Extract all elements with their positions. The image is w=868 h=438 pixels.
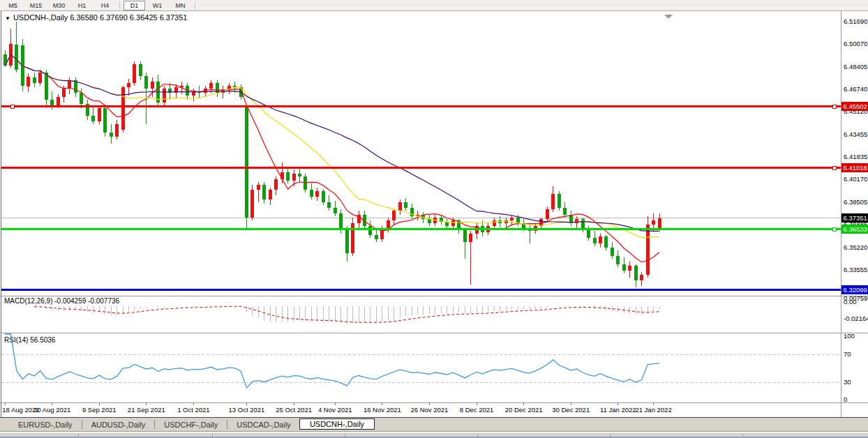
timeframe-button-d1[interactable]: D1 [124, 1, 145, 10]
date-label: 20 Dec 2021 [505, 406, 543, 414]
candle-body [274, 179, 278, 190]
candle-body [593, 238, 597, 243]
timeframe-button-h4[interactable]: H4 [94, 1, 116, 10]
ma-line-20 [5, 54, 659, 237]
candle-body [91, 116, 95, 121]
level-anchor-handle[interactable] [833, 105, 837, 108]
candle-body [310, 190, 313, 197]
price-tick-label: 6.40170 [844, 175, 867, 183]
candle-body [144, 76, 148, 89]
candle-body [262, 185, 266, 200]
candle-body [15, 45, 18, 70]
date-label: 21 Jan 2022 [635, 406, 671, 414]
date-label: 21 Sep 2021 [128, 406, 165, 414]
macd-scale-label: 0.00 [844, 298, 857, 305]
price-tick-label: 6.46740 [844, 85, 867, 93]
level-anchor-handle[interactable] [833, 227, 837, 231]
candle-body [250, 190, 254, 217]
chart-canvas[interactable]: 6.516906.500706.484056.467406.451206.434… [0, 0, 868, 438]
candle-body [516, 218, 520, 223]
candle-body [57, 97, 60, 105]
ma-line-40 [5, 54, 659, 231]
date-label: 13 Oct 2021 [229, 406, 265, 414]
date-label: 26 Nov 2021 [410, 406, 448, 414]
candle-body [599, 236, 602, 243]
tab-usdchf[interactable]: USDCHF-,Daily [156, 420, 226, 430]
candle-body [404, 202, 407, 208]
price-tick-label: 6.51690 [844, 17, 867, 25]
tab-separator [82, 420, 82, 429]
price-tick-label: 6.41835 [844, 153, 867, 160]
timeframe-button-m5[interactable]: M5 [2, 1, 24, 10]
candle-body [133, 64, 136, 84]
candle-body [628, 266, 631, 271]
candle-body [387, 220, 390, 229]
toolbar-separator [119, 1, 120, 9]
candle-body [38, 73, 42, 84]
price-tag-text: 6.32099 [844, 286, 867, 294]
macd-scale-label: -0.02164 [844, 315, 868, 322]
timeframe-button-m30[interactable]: M30 [48, 1, 70, 10]
symbol-tabbar: EURUSD-,DailyAUDUSD-,DailyUSDCHF-,DailyU… [0, 417, 868, 432]
price-axis[interactable]: 6.516906.500706.484056.467406.451206.434… [841, 17, 868, 296]
candle-body [33, 77, 36, 83]
candle-body [27, 77, 30, 86]
candle-body [334, 208, 337, 213]
candle-body [269, 190, 272, 199]
chart-shift-marker-icon[interactable] [664, 15, 673, 19]
toolbar-separator [195, 1, 195, 9]
candle-body [469, 234, 472, 242]
price-tick-label: 6.48405 [844, 63, 867, 70]
candle-body [115, 124, 119, 137]
rsi-pane: 10070300 [1, 332, 855, 403]
tab-separator [227, 420, 227, 429]
candle-body [298, 174, 301, 176]
candle-body [110, 133, 113, 137]
candle-body [98, 108, 101, 122]
rsi-scale-label: 30 [844, 378, 851, 386]
statusbar-divider [345, 434, 345, 437]
candle-body [622, 264, 626, 271]
candle-body [640, 275, 643, 280]
date-axis[interactable]: 18 Aug 202130 Aug 20219 Sep 202121 Sep 2… [2, 403, 671, 414]
date-label: 30 Aug 2021 [33, 406, 70, 414]
status-bar [0, 432, 868, 438]
candle-body [163, 89, 166, 103]
candle-body [551, 194, 555, 209]
level-anchor-handle[interactable] [833, 166, 837, 169]
candle-body [304, 176, 307, 190]
candle-body [151, 82, 154, 89]
price-tick-label: 6.38505 [844, 198, 867, 206]
level-anchor-handle[interactable] [11, 105, 15, 108]
candle-body [103, 108, 107, 133]
candle-body [345, 229, 349, 253]
timeframe-toolbar: M5M15M30H1H4D1W1MN [0, 0, 868, 11]
candle-body [292, 174, 296, 181]
rsi-scale-label: 70 [844, 350, 851, 358]
timeframe-button-w1[interactable]: W1 [147, 1, 168, 10]
price-tick-label: 6.50070 [844, 40, 867, 47]
candle-body [286, 172, 290, 181]
candle-body [451, 220, 455, 226]
date-label: 4 Nov 2021 [318, 406, 352, 414]
candle-body [463, 229, 467, 242]
tab-eurusd[interactable]: EURUSD-,Daily [10, 420, 81, 430]
candle-body [493, 220, 496, 226]
timeframe-button-m15[interactable]: M15 [25, 1, 47, 10]
tab-audusd[interactable]: AUDUSD-,Daily [83, 420, 154, 430]
price-tag-text: 6.45502 [844, 103, 867, 110]
tab-usdcnh[interactable]: USDCNH-,Daily [299, 418, 375, 430]
statusbar-divider [78, 434, 79, 437]
candle-body [546, 209, 549, 219]
date-label: 8 Dec 2021 [460, 406, 494, 414]
statusbar-divider [477, 434, 478, 437]
candle-body [539, 219, 543, 226]
price-tick-label: 6.33555 [844, 266, 867, 273]
candle-body [257, 185, 260, 190]
candle-body [327, 202, 331, 208]
timeframe-button-h1[interactable]: H1 [71, 1, 93, 10]
tab-usdcad[interactable]: USDCAD-,Daily [228, 420, 299, 430]
price-tick-label: 6.35220 [844, 243, 867, 251]
timeframe-button-mn[interactable]: MN [170, 1, 191, 10]
statusbar-divider [742, 434, 743, 437]
